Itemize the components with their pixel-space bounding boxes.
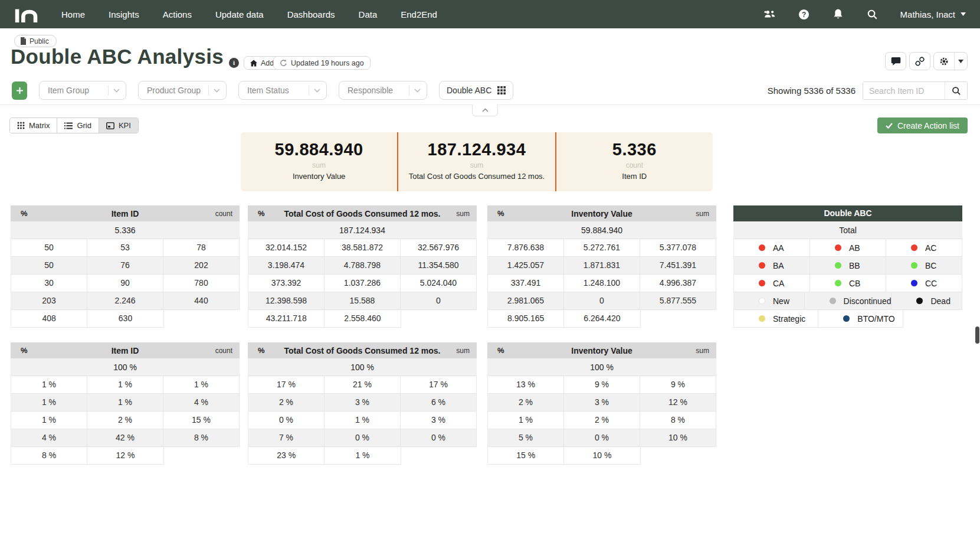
table-title: Inventory Value xyxy=(518,346,686,355)
table-cell: 0 xyxy=(401,292,477,310)
table-row: 373.3921.037.2865.024.040 xyxy=(248,275,477,292)
info-icon[interactable]: i xyxy=(229,58,239,68)
inact-logo-icon[interactable] xyxy=(14,5,40,23)
add-filter-button[interactable] xyxy=(12,81,27,100)
table-cell: 2.981.065 xyxy=(487,292,564,310)
table-cell: 13 % xyxy=(487,376,564,394)
table-cell: 4 % xyxy=(11,429,87,447)
help-icon[interactable]: ? xyxy=(798,8,811,21)
nav-item-insights[interactable]: Insights xyxy=(109,9,139,19)
users-icon[interactable] xyxy=(763,8,776,21)
legend-label: CA xyxy=(773,279,784,288)
table-cell: 2 % xyxy=(248,394,325,412)
settings-more-button[interactable] xyxy=(954,53,967,70)
table-cell: 1 % xyxy=(87,394,163,412)
table-row: 2 %3 %6 % xyxy=(248,394,477,412)
filter-item-status[interactable]: Item Status xyxy=(238,81,327,100)
search-item-id-input[interactable] xyxy=(863,82,945,99)
strategic-dot xyxy=(759,315,765,322)
table-cell: 1 % xyxy=(325,447,401,465)
table-cell xyxy=(164,447,240,465)
nav-item-home[interactable]: Home xyxy=(61,9,85,19)
collapse-button[interactable] xyxy=(472,105,498,116)
double-abc-legend: Double ABC Total AAABACBABBBCCACBCCNewDi… xyxy=(733,205,962,328)
table-cell: 3 % xyxy=(325,394,401,412)
table-header: % Total Cost of Goods Consumed 12 mos. s… xyxy=(248,342,477,358)
tab-matrix[interactable]: Matrix xyxy=(10,118,57,133)
aggregation-header: sum xyxy=(686,210,716,218)
legend-total: Total xyxy=(733,221,962,239)
chevron-down-icon xyxy=(961,12,966,16)
table-cell: 23 % xyxy=(248,447,325,465)
user-name: Mathias, Inact xyxy=(900,9,955,19)
search-button[interactable] xyxy=(945,82,967,99)
document-icon xyxy=(20,37,27,45)
filter-responsible[interactable]: Responsible xyxy=(339,81,427,100)
legend-label: AA xyxy=(773,244,784,252)
nav-item-actions[interactable]: Actions xyxy=(163,9,192,19)
table-header: % Item ID count xyxy=(11,205,240,221)
legend-cell: Dead xyxy=(891,292,962,310)
filter-bar-right: Showing 5336 of 5336 xyxy=(768,81,968,100)
table-header: % Item ID count xyxy=(11,342,240,358)
legend-label: BC xyxy=(925,262,936,270)
nav-item-end2end[interactable]: End2End xyxy=(401,9,437,19)
tab-kpi[interactable]: KPI xyxy=(99,118,138,133)
table-cell: 780 xyxy=(163,275,240,292)
table-row: 2032.246440 xyxy=(11,292,240,310)
legend-label: Strategic xyxy=(773,315,805,323)
search-icon[interactable] xyxy=(866,8,879,21)
filter-label: Responsible xyxy=(348,86,403,95)
filter-label: Item Status xyxy=(247,86,303,95)
filter-product-group[interactable]: Product Group xyxy=(138,81,227,100)
comment-button[interactable] xyxy=(885,52,906,70)
legend-label: BTO/MTO xyxy=(857,315,894,323)
nav-item-dashboards[interactable]: Dashboards xyxy=(287,9,335,19)
table-cell: 38.581.872 xyxy=(325,239,401,257)
nav-item-update-data[interactable]: Update data xyxy=(215,9,264,19)
chevron-down-icon xyxy=(414,89,421,93)
legend-cell: Discontinued xyxy=(805,292,892,310)
updated-status[interactable]: Updated 19 hours ago xyxy=(273,56,371,70)
table-cell: 440 xyxy=(163,292,240,310)
share-link-button[interactable] xyxy=(909,52,930,70)
user-menu[interactable]: Mathias, Inact xyxy=(900,9,966,19)
legend-cell: Strategic xyxy=(733,310,818,328)
kpi-aggregation: sum xyxy=(398,161,555,169)
table-total-cost: % Total Cost of Goods Consumed 12 mos. s… xyxy=(248,205,477,328)
legend-cell: AC xyxy=(886,239,962,257)
table-cell: 5.877.555 xyxy=(640,292,716,310)
legend-label: AB xyxy=(849,244,860,252)
chevron-down-icon xyxy=(113,89,120,93)
percent-column-header: % xyxy=(487,209,518,218)
legend-cell: AA xyxy=(733,239,810,257)
table-cell: 12.398.598 xyxy=(248,292,325,310)
page-title: Double ABC Analysis xyxy=(11,45,224,68)
table-cell: 1 % xyxy=(487,412,564,429)
legend-label: BA xyxy=(773,262,784,270)
tab-grid[interactable]: Grid xyxy=(57,118,99,133)
filter-item-group[interactable]: Item Group xyxy=(39,81,126,100)
table-cell: 5.024.040 xyxy=(401,275,477,292)
chevron-down-icon xyxy=(314,89,320,93)
settings-gear-button[interactable] xyxy=(934,53,954,70)
table-cell: 2 % xyxy=(87,412,163,429)
ab-dot xyxy=(835,244,841,251)
vertical-scrollbar-thumb[interactable] xyxy=(975,327,979,344)
table-cell: 202 xyxy=(163,257,240,275)
table-cell: 373.392 xyxy=(248,275,325,292)
showing-count: Showing 5336 of 5336 xyxy=(768,86,856,96)
filter-label: Product Group xyxy=(147,86,202,95)
filter-double-abc[interactable]: Double ABC xyxy=(439,81,513,100)
table-cell: 15.588 xyxy=(325,292,401,310)
percent-column-header: % xyxy=(487,346,518,355)
table-row: 5 %0 %10 % xyxy=(487,429,716,447)
table-cell: 3 % xyxy=(564,394,640,412)
legend-label: Discontinued xyxy=(844,297,891,305)
create-action-list-button[interactable]: Create Action list xyxy=(877,117,968,133)
notifications-bell-icon[interactable] xyxy=(832,8,845,21)
new-dot xyxy=(759,298,765,304)
nav-item-data[interactable]: Data xyxy=(359,9,378,19)
kpi-label: Item ID xyxy=(566,171,703,182)
legend-row: NewDiscontinuedDead xyxy=(733,292,962,310)
